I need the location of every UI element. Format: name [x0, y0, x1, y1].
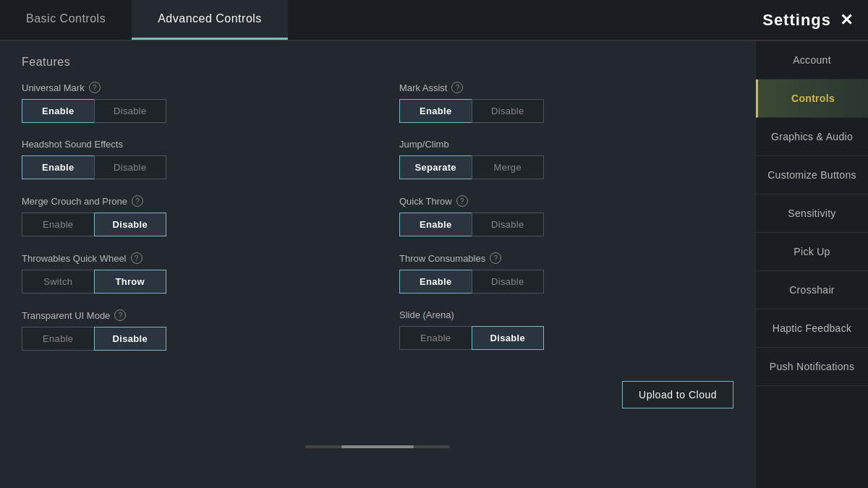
universal-mark-help-icon[interactable]: ? [89, 82, 101, 93]
throwables-switch-btn[interactable]: Switch [22, 270, 94, 294]
sidebar-item-pick-up[interactable]: Pick Up [756, 233, 868, 271]
sidebar-item-account[interactable]: Account [756, 41, 868, 80]
setting-slide-arena: Slide (Arena) Enable Disable [399, 309, 733, 350]
jump-climb-toggle: Separate Merge [399, 155, 544, 179]
quick-throw-enable-btn[interactable]: Enable [399, 213, 472, 236]
sidebar-item-customize-buttons[interactable]: Customize Buttons [756, 156, 868, 194]
merge-crouch-label: Merge Crouch and Prone ? [22, 195, 356, 207]
scrollbar-thumb[interactable] [341, 445, 414, 448]
jump-climb-label: Jump/Climb [399, 139, 733, 150]
upload-to-cloud-button[interactable]: Upload to Cloud [622, 381, 733, 408]
setting-quick-throw: Quick Throw ? Enable Disable [399, 195, 733, 236]
mark-assist-enable-btn[interactable]: Enable [399, 99, 472, 123]
universal-mark-label: Universal Mark ? [22, 82, 356, 93]
throwables-wheel-help-icon[interactable]: ? [131, 252, 142, 264]
tab-advanced-controls[interactable]: Advanced Controls [132, 0, 288, 40]
close-icon[interactable]: ✕ [840, 11, 854, 30]
settings-header: Settings ✕ [748, 0, 868, 40]
jump-climb-separate-btn[interactable]: Separate [399, 155, 472, 179]
throw-consumables-label: Throw Consumables ? [399, 252, 733, 264]
mark-assist-help-icon[interactable]: ? [451, 82, 463, 93]
upload-btn-container: Upload to Cloud [22, 367, 733, 416]
sidebar-item-haptic-feedback[interactable]: Haptic Feedback [756, 309, 868, 348]
mark-assist-label: Mark Assist ? [399, 82, 733, 93]
transparent-ui-toggle: Enable Disable [22, 327, 166, 351]
setting-universal-mark: Universal Mark ? Enable Disable [22, 82, 356, 123]
mark-assist-toggle: Enable Disable [399, 99, 544, 123]
setting-throwables-wheel: Throwables Quick Wheel ? Switch Throw [22, 252, 356, 294]
settings-grid: Universal Mark ? Enable Disable Headshot… [22, 82, 733, 367]
throw-consumables-help-icon[interactable]: ? [490, 252, 501, 264]
sidebar-item-push-notifications[interactable]: Push Notifications [756, 348, 868, 386]
sidebar-item-crosshair[interactable]: Crosshair [756, 271, 868, 309]
slide-arena-label: Slide (Arena) [399, 309, 733, 320]
setting-transparent-ui: Transparent UI Mode ? Enable Disable [22, 309, 356, 351]
transparent-ui-enable-btn[interactable]: Enable [22, 327, 94, 351]
quick-throw-help-icon[interactable]: ? [456, 195, 468, 207]
transparent-ui-help-icon[interactable]: ? [114, 309, 126, 321]
throw-consumables-enable-btn[interactable]: Enable [399, 270, 472, 294]
mark-assist-disable-btn[interactable]: Disable [472, 99, 545, 123]
top-tabs-bar: Basic Controls Advanced Controls Setting… [0, 0, 868, 41]
slide-arena-toggle: Enable Disable [399, 326, 544, 350]
throw-consumables-toggle: Enable Disable [399, 270, 544, 294]
setting-merge-crouch: Merge Crouch and Prone ? Enable Disable [22, 195, 356, 236]
merge-crouch-help-icon[interactable]: ? [132, 195, 143, 207]
main-layout: Features Universal Mark ? Enable Disable [0, 41, 868, 488]
settings-column-left: Universal Mark ? Enable Disable Headshot… [22, 82, 356, 367]
sidebar-item-sensitivity[interactable]: Sensitivity [756, 194, 868, 233]
merge-crouch-toggle: Enable Disable [22, 213, 166, 236]
right-sidebar: Account Controls Graphics & Audio Custom… [755, 41, 868, 488]
universal-mark-disable-btn[interactable]: Disable [94, 99, 167, 123]
jump-climb-merge-btn[interactable]: Merge [472, 155, 545, 179]
merge-crouch-disable-btn[interactable]: Disable [94, 213, 167, 236]
section-title: Features [22, 56, 733, 69]
quick-throw-disable-btn[interactable]: Disable [472, 213, 545, 236]
headshot-sound-enable-btn[interactable]: Enable [22, 155, 94, 179]
throwables-wheel-toggle: Switch Throw [22, 270, 166, 294]
slide-arena-disable-btn[interactable]: Disable [472, 326, 545, 350]
setting-throw-consumables: Throw Consumables ? Enable Disable [399, 252, 733, 294]
setting-jump-climb: Jump/Climb Separate Merge [399, 139, 733, 179]
throwables-throw-btn[interactable]: Throw [94, 270, 167, 294]
merge-crouch-enable-btn[interactable]: Enable [22, 213, 94, 236]
quick-throw-toggle: Enable Disable [399, 213, 544, 236]
transparent-ui-disable-btn[interactable]: Disable [94, 327, 167, 351]
headshot-sound-toggle: Enable Disable [22, 155, 166, 179]
transparent-ui-label: Transparent UI Mode ? [22, 309, 356, 321]
universal-mark-enable-btn[interactable]: Enable [22, 99, 94, 123]
settings-column-right: Mark Assist ? Enable Disable Jump/Climb … [399, 82, 733, 367]
setting-mark-assist: Mark Assist ? Enable Disable [399, 82, 733, 123]
content-area: Features Universal Mark ? Enable Disable [0, 41, 755, 488]
throw-consumables-disable-btn[interactable]: Disable [472, 270, 545, 294]
headshot-sound-label: Headshot Sound Effects [22, 139, 356, 150]
scrollbar-track[interactable] [305, 445, 450, 448]
universal-mark-toggle: Enable Disable [22, 99, 166, 123]
quick-throw-label: Quick Throw ? [399, 195, 733, 207]
slide-arena-enable-btn[interactable]: Enable [399, 326, 472, 350]
headshot-sound-disable-btn[interactable]: Disable [94, 155, 167, 179]
setting-headshot-sound: Headshot Sound Effects Enable Disable [22, 139, 356, 179]
sidebar-item-graphics-audio[interactable]: Graphics & Audio [756, 118, 868, 156]
sidebar-item-controls[interactable]: Controls [756, 80, 868, 118]
throwables-wheel-label: Throwables Quick Wheel ? [22, 252, 356, 264]
tab-basic-controls[interactable]: Basic Controls [0, 0, 132, 40]
